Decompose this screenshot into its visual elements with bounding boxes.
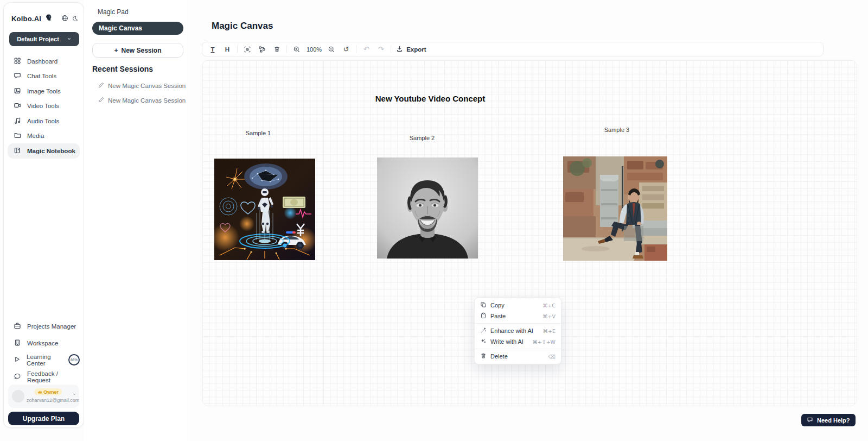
- language-globe-icon[interactable]: [61, 14, 68, 24]
- session-item-label: New Magic Canvas Session: [108, 97, 186, 104]
- reset-rotation-icon[interactable]: ↺: [341, 45, 351, 54]
- sidebar-item-workspace[interactable]: Workspace: [8, 335, 80, 351]
- dashboard-icon: [14, 57, 21, 66]
- sidebar-nav: Dashboard Chat Tools Image Tools Video T…: [8, 54, 80, 159]
- logo-head-icon: [44, 14, 53, 24]
- image-icon: [14, 87, 21, 96]
- menu-shortcut: ⌘+C: [542, 303, 556, 308]
- play-icon: [14, 356, 21, 364]
- sample-2-image[interactable]: [377, 158, 478, 259]
- sample-1-label[interactable]: Sample 1: [234, 130, 283, 136]
- audio-icon: [14, 117, 21, 125]
- plus-icon: +: [114, 47, 118, 54]
- sample-3-image[interactable]: [563, 156, 667, 261]
- capture-frame-icon[interactable]: [242, 45, 252, 54]
- trash-icon: [480, 352, 487, 360]
- workflow-nodes-icon[interactable]: [257, 45, 267, 54]
- heading-tool-button[interactable]: H: [222, 45, 232, 54]
- avatar: [12, 390, 24, 402]
- menu-item-label: Enhance with AI: [490, 327, 533, 334]
- notebook-icon: [14, 147, 21, 155]
- app-logo: Kolbo.AI: [11, 15, 41, 23]
- menu-item-delete[interactable]: Delete ⌫: [475, 351, 561, 362]
- sidebar: Kolbo.AI Default Project Dashboard: [3, 2, 84, 428]
- menu-item-copy[interactable]: Copy ⌘+C: [475, 300, 561, 311]
- menu-shortcut: ⌘+E: [543, 328, 556, 334]
- zoom-level: 100%: [307, 46, 322, 53]
- user-card[interactable]: Owner zoharvan12@gmail.com: [8, 385, 79, 408]
- sample-1-image[interactable]: [214, 159, 315, 260]
- menu-item-enhance-with-ai[interactable]: Enhance with AI ⌘+E: [475, 325, 561, 336]
- sidebar-item-chat-tools[interactable]: Chat Tools: [8, 69, 80, 84]
- sample-2-label[interactable]: Sample 2: [398, 135, 446, 141]
- download-icon: [396, 45, 403, 53]
- sidebar-item-magic-notebook[interactable]: Magic Notebook: [8, 143, 80, 159]
- tab-magic-pad[interactable]: Magic Pad: [98, 8, 129, 16]
- learning-progress-value: 66%: [71, 358, 78, 362]
- canvas-title-text[interactable]: New Youtube Video Concept: [349, 94, 512, 103]
- toolbar-divider: [237, 45, 238, 53]
- crown-icon: [37, 390, 42, 394]
- session-item[interactable]: New Magic Canvas Session: [98, 82, 186, 90]
- paste-icon: [480, 312, 487, 320]
- menu-item-label: Delete: [490, 353, 508, 360]
- need-help-button[interactable]: Need Help?: [801, 414, 856, 426]
- chevron-down-icon: [67, 36, 72, 42]
- project-selector[interactable]: Default Project: [9, 32, 79, 46]
- menu-shortcut: ⌫: [548, 354, 556, 360]
- copy-icon: [480, 301, 487, 309]
- video-icon: [14, 102, 21, 110]
- menu-item-label: Copy: [490, 302, 505, 308]
- zoom-out-icon[interactable]: [327, 45, 336, 54]
- canvas-toolbar: T H 100% ↺ ↶ ↷ Export: [202, 42, 824, 56]
- export-button[interactable]: Export: [396, 45, 426, 53]
- sidebar-item-label: Feedback / Request: [27, 370, 80, 383]
- delete-tool-icon[interactable]: [272, 45, 282, 54]
- session-panel: Magic Pad Magic Canvas + New Session Rec…: [84, 0, 188, 441]
- wand-icon: [480, 327, 487, 335]
- sidebar-item-video-tools[interactable]: Video Tools: [8, 99, 80, 114]
- owner-badge: Owner: [34, 388, 62, 395]
- zoom-in-icon[interactable]: [292, 45, 302, 54]
- sidebar-item-label: Projects Manager: [27, 323, 76, 330]
- briefcase-icon: [14, 322, 21, 331]
- toolbar-divider: [286, 45, 287, 53]
- learning-progress-ring: 66%: [68, 354, 80, 366]
- project-selector-label: Default Project: [17, 36, 59, 42]
- sidebar-item-image-tools[interactable]: Image Tools: [8, 84, 80, 99]
- sidebar-item-label: Dashboard: [27, 58, 58, 65]
- speech-bubble-icon: [14, 373, 21, 381]
- session-item[interactable]: New Magic Canvas Session: [98, 97, 186, 104]
- new-session-button[interactable]: + New Session: [92, 43, 183, 58]
- menu-divider: [475, 349, 561, 349]
- sidebar-item-learning-center[interactable]: Learning Center 66%: [8, 351, 80, 368]
- pencil-icon: [98, 82, 104, 90]
- redo-icon[interactable]: ↷: [376, 45, 386, 54]
- upgrade-plan-button[interactable]: Upgrade Plan: [8, 412, 79, 425]
- text-tool-button[interactable]: T: [208, 45, 218, 54]
- help-chat-icon: [807, 417, 813, 424]
- sidebar-item-audio-tools[interactable]: Audio Tools: [8, 114, 80, 129]
- sidebar-item-label: Learning Center: [27, 354, 61, 367]
- recent-sessions-heading: Recent Sessions: [92, 65, 153, 73]
- sidebar-item-label: Magic Notebook: [27, 148, 75, 154]
- sidebar-item-label: Audio Tools: [27, 118, 59, 124]
- sidebar-item-media[interactable]: Media: [8, 129, 80, 144]
- sidebar-item-feedback[interactable]: Feedback / Request: [8, 368, 80, 385]
- new-session-label: New Session: [121, 47, 161, 54]
- tab-magic-canvas[interactable]: Magic Canvas: [92, 22, 183, 35]
- page-title: Magic Canvas: [212, 21, 273, 32]
- menu-item-write-with-ai[interactable]: Write with AI ⌘+⇧+W: [475, 336, 561, 347]
- sample-3-label[interactable]: Sample 3: [592, 127, 641, 133]
- menu-item-label: Write with AI: [490, 338, 524, 345]
- menu-shortcut: ⌘+V: [542, 313, 556, 319]
- sidebar-item-label: Chat Tools: [27, 73, 56, 79]
- menu-item-paste[interactable]: Paste ⌘+V: [475, 311, 561, 322]
- sidebar-item-projects-manager[interactable]: Projects Manager: [8, 318, 80, 335]
- sidebar-item-dashboard[interactable]: Dashboard: [8, 54, 80, 69]
- user-email: zoharvan12@gmail.com: [27, 398, 75, 403]
- dark-mode-moon-icon[interactable]: [72, 14, 78, 24]
- app-root: Kolbo.AI Default Project Dashboard: [0, 0, 868, 441]
- sidebar-item-label: Media: [27, 133, 44, 139]
- undo-icon[interactable]: ↶: [361, 45, 371, 54]
